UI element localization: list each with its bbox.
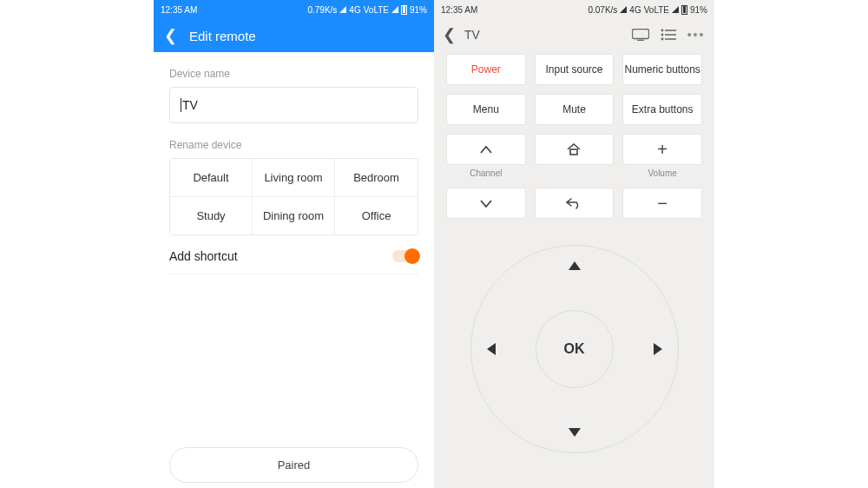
more-icon[interactable]: ••• — [687, 28, 706, 42]
status-bar: 12:35 AM 0.79K/s 4G VoLTE 91% — [154, 0, 434, 19]
paired-button[interactable]: Paired — [169, 447, 418, 483]
back-icon[interactable]: ❮ — [164, 26, 177, 45]
svg-point-6 — [661, 38, 664, 41]
rename-device-label: Rename device — [169, 139, 418, 151]
volume-label: Volume — [648, 168, 676, 184]
home-back-controls — [535, 134, 615, 219]
mute-button[interactable]: Mute — [535, 94, 615, 125]
remote-button-grid: Power Input source Numeric buttons Menu … — [434, 50, 714, 125]
paired-label: Paired — [278, 458, 311, 472]
channel-controls: Channel — [446, 134, 526, 219]
status-4g: 4G — [629, 5, 641, 15]
svg-point-2 — [661, 30, 664, 32]
dpad-up-button[interactable] — [569, 261, 581, 270]
power-button[interactable]: Power — [446, 54, 526, 85]
device-name-value: TV — [181, 98, 198, 112]
volume-controls: + Volume − — [622, 134, 702, 219]
volume-up-button[interactable]: + — [622, 134, 702, 165]
menu-button[interactable]: Menu — [446, 94, 526, 125]
back-icon[interactable]: ❮ — [443, 25, 456, 44]
header-title: Edit remote — [189, 29, 256, 43]
dpad: OK — [470, 245, 679, 453]
rename-option-study[interactable]: Study — [170, 197, 253, 234]
dpad-ok-button[interactable]: OK — [536, 310, 614, 388]
signal-icon — [339, 6, 346, 13]
volume-down-button[interactable]: − — [622, 188, 702, 219]
status-time: 12:35 AM — [161, 5, 197, 15]
home-button[interactable] — [535, 134, 615, 165]
dpad-left-button[interactable] — [487, 343, 496, 355]
input-source-button[interactable]: Input source — [535, 54, 615, 85]
header: ❮ TV ••• — [434, 19, 714, 50]
status-time: 12:35 AM — [441, 5, 477, 15]
signal-icon — [391, 6, 398, 13]
rename-device-grid: Default Living room Bedroom Study Dining… — [169, 158, 418, 235]
keyboard-icon[interactable] — [631, 29, 650, 41]
dpad-right-button[interactable] — [654, 343, 662, 355]
battery-icon — [401, 5, 407, 15]
channel-down-button[interactable] — [446, 188, 526, 219]
rename-option-dining-room[interactable]: Dining room — [253, 197, 335, 234]
numeric-buttons-button[interactable]: Numeric buttons — [622, 54, 702, 85]
status-battery: 91% — [690, 5, 707, 15]
device-name-input[interactable]: TV — [169, 87, 418, 123]
signal-icon — [620, 6, 627, 13]
svg-rect-8 — [570, 149, 577, 155]
rename-option-office[interactable]: Office — [335, 197, 418, 234]
status-volte: VoLTE — [644, 5, 669, 15]
status-netspeed: 0.79K/s — [307, 5, 337, 15]
header-title: TV — [464, 28, 622, 42]
channel-label: Channel — [470, 168, 502, 184]
rename-option-bedroom[interactable]: Bedroom — [335, 159, 418, 197]
device-name-label: Device name — [169, 68, 418, 80]
battery-icon — [681, 5, 687, 15]
list-icon[interactable] — [659, 29, 678, 41]
status-4g: 4G — [349, 5, 360, 15]
rename-option-default[interactable]: Default — [170, 159, 253, 197]
remote-screen: 12:35 AM 0.07K/s 4G VoLTE 91% ❮ TV — [434, 0, 714, 488]
status-netspeed: 0.07K/s — [588, 5, 617, 15]
channel-up-button[interactable] — [446, 134, 526, 165]
header: ❮ Edit remote — [154, 19, 434, 52]
edit-remote-screen: 12:35 AM 0.79K/s 4G VoLTE 91% ❮ Edit rem… — [154, 0, 434, 488]
status-battery: 91% — [410, 5, 427, 15]
svg-rect-0 — [633, 30, 649, 39]
extra-buttons-button[interactable]: Extra buttons — [622, 94, 702, 125]
status-bar: 12:35 AM 0.07K/s 4G VoLTE 91% — [434, 0, 714, 19]
dpad-down-button[interactable] — [569, 428, 581, 437]
add-shortcut-toggle[interactable] — [392, 250, 418, 262]
svg-point-4 — [661, 34, 664, 36]
signal-icon — [672, 6, 679, 13]
dpad-ok-label: OK — [564, 341, 585, 357]
rename-option-living-room[interactable]: Living room — [253, 159, 335, 197]
add-shortcut-row: Add shortcut — [169, 235, 418, 274]
add-shortcut-label: Add shortcut — [169, 249, 238, 263]
back-button[interactable] — [535, 188, 615, 219]
status-volte: VoLTE — [364, 5, 389, 15]
